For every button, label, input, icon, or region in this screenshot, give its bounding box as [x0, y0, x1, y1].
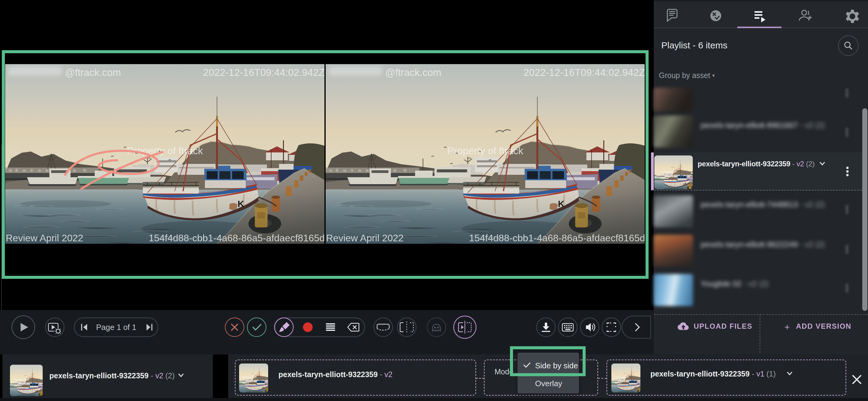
svg-text:Page 1 of 1: Page 1 of 1 — [96, 323, 136, 332]
